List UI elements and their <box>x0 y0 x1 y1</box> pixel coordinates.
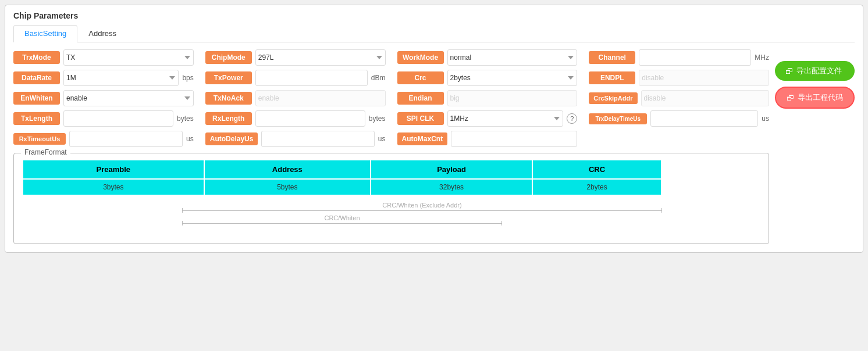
unit-autodelayus: us <box>378 135 386 143</box>
input-automaxcnt[interactable]: 3 <box>451 131 577 147</box>
left-content: TrxMode TX DataRate 1M bps <box>13 49 769 244</box>
param-row-txpower: TxPower 3 dBm <box>205 70 386 86</box>
col4: Channel 2402 MHz ENDPL disable CrcSkipAd… <box>589 49 769 147</box>
label-autodelayus: AutoDelayUs <box>205 132 258 145</box>
param-row-autodelayus: AutoDelayUs 250 us <box>205 131 386 147</box>
unit-txpower: dBm <box>371 74 386 82</box>
label-trxdelaytimeus: TrxDelayTimeUs <box>589 113 647 124</box>
td-crc-val: 2bytes <box>532 179 661 195</box>
frame-format-section: FrameFormat Preamble Address Payload CRC… <box>13 153 769 244</box>
right-buttons: 🗗 导出配置文件 🗗 导出工程代码 <box>775 49 855 109</box>
export-config-button[interactable]: 🗗 导出配置文件 <box>775 61 855 81</box>
col3: WorkMode normal Crc 2bytes End <box>397 49 578 147</box>
tabs-bar: BasicSetting Address <box>13 25 855 42</box>
select-enwhiten[interactable]: enable <box>63 90 194 106</box>
param-row-workmode: WorkMode normal <box>397 49 578 66</box>
param-row-spiclk: SPI CLK 1MHz ? <box>397 110 578 127</box>
export-code-label: 导出工程代码 <box>798 92 843 103</box>
label-txlength: TxLength <box>13 112 60 125</box>
select-crc[interactable]: 2bytes <box>447 70 578 86</box>
label-txpower: TxPower <box>205 71 252 84</box>
label-rxtimeoutus: RxTimeoutUs <box>13 133 66 145</box>
content-wrapper: TrxMode TX DataRate 1M bps <box>13 49 855 244</box>
param-row-crcskipaddr: CrcSkipAddr disable <box>589 90 769 106</box>
select-spiclk[interactable]: 1MHz <box>447 110 564 127</box>
select-chipmode[interactable]: 297L <box>255 49 386 66</box>
frame-annotations: CRC/Whiten (Exclude Addr) CRC/Whiten <box>22 199 662 234</box>
param-row-chipmode: ChipMode 297L <box>205 49 386 66</box>
select-txnoack[interactable]: enable <box>255 90 386 106</box>
param-row-rxlength: RxLength 32 bytes <box>205 110 386 127</box>
param-row-datarate: DataRate 1M bps <box>13 70 194 86</box>
th-preamble: Preamble <box>23 160 204 179</box>
input-autodelayus[interactable]: 250 <box>261 131 374 147</box>
select-workmode[interactable]: normal <box>447 49 578 66</box>
label-datarate: DataRate <box>13 71 60 84</box>
input-txlength[interactable]: 32 <box>63 110 173 127</box>
frame-table: Preamble Address Payload CRC 3bytes 5byt… <box>22 159 662 196</box>
col2: ChipMode 297L TxPower 3 dBm TxNoAck <box>205 49 386 147</box>
th-crc: CRC <box>532 160 661 179</box>
select-datarate[interactable]: 1M <box>63 70 179 86</box>
params-grid: TrxMode TX DataRate 1M bps <box>13 49 769 147</box>
label-enwhiten: EnWhiten <box>13 92 60 105</box>
input-rxtimeoutus[interactable]: 0 <box>69 131 183 147</box>
param-row-txlength: TxLength 32 bytes <box>13 110 194 127</box>
td-address-val: 5bytes <box>204 179 371 195</box>
select-crcskipaddr[interactable]: disable <box>641 90 770 106</box>
annot-bar-crc-whiten <box>182 223 502 224</box>
select-trxmode[interactable]: TX <box>63 49 194 66</box>
param-row-trxdelaytimeus: TrxDelayTimeUs 0 us <box>589 110 769 127</box>
param-row-enwhiten: EnWhiten enable <box>13 90 194 106</box>
annot-crc-whiten: CRC/Whiten <box>182 214 502 224</box>
export-code-icon: 🗗 <box>787 94 794 102</box>
label-workmode: WorkMode <box>397 51 444 64</box>
param-row-trxmode: TrxMode TX <box>13 49 194 66</box>
annot-label-crc-whiten-excl: CRC/Whiten (Exclude Addr) <box>382 202 461 209</box>
label-automaxcnt: AutoMaxCnt <box>397 132 448 145</box>
export-config-label: 导出配置文件 <box>796 66 842 76</box>
param-row-automaxcnt: AutoMaxCnt 3 <box>397 131 578 147</box>
select-endian[interactable]: big <box>447 90 578 106</box>
annot-crc-whiten-excl: CRC/Whiten (Exclude Addr) <box>182 202 662 211</box>
label-chipmode: ChipMode <box>205 51 252 64</box>
param-row-endpl: ENDPL disable <box>589 70 769 86</box>
input-channel[interactable]: 2402 <box>639 49 751 66</box>
param-row-crc: Crc 2bytes <box>397 70 578 86</box>
input-trxdelaytimeus[interactable]: 0 <box>650 110 758 127</box>
td-preamble-val: 3bytes <box>23 179 204 195</box>
frame-format-legend: FrameFormat <box>21 148 70 156</box>
export-code-button[interactable]: 🗗 导出工程代码 <box>775 87 855 109</box>
label-endpl: ENDPL <box>589 71 635 84</box>
col1: TrxMode TX DataRate 1M bps <box>13 49 194 147</box>
help-icon-spiclk[interactable]: ? <box>567 113 577 124</box>
label-channel: Channel <box>589 51 635 64</box>
param-row-txnoack: TxNoAck enable <box>205 90 386 106</box>
label-endian: Endian <box>397 92 444 105</box>
tab-address[interactable]: Address <box>77 25 127 42</box>
unit-txlength: bytes <box>177 114 194 123</box>
select-endpl[interactable]: disable <box>639 70 769 86</box>
label-crc: Crc <box>397 71 444 84</box>
label-spiclk: SPI CLK <box>397 112 444 125</box>
input-txpower[interactable]: 3 <box>255 70 368 86</box>
label-crcskipaddr: CrcSkipAddr <box>589 92 637 104</box>
label-trxmode: TrxMode <box>13 51 60 64</box>
param-row-endian: Endian big <box>397 90 578 106</box>
annot-bar-crc-whiten-excl <box>182 210 662 211</box>
export-config-icon: 🗗 <box>785 67 793 76</box>
unit-datarate: bps <box>182 74 193 82</box>
page-title: Chip Parameters <box>13 11 855 20</box>
input-rxlength[interactable]: 32 <box>255 110 365 127</box>
unit-rxlength: bytes <box>369 114 386 123</box>
th-payload: Payload <box>371 160 532 179</box>
main-container: Chip Parameters BasicSetting Address Trx… <box>5 5 863 253</box>
unit-channel: MHz <box>755 53 769 62</box>
param-row-rxtimeoutus: RxTimeoutUs 0 us <box>13 131 194 147</box>
unit-trxdelaytimeus: us <box>762 114 769 123</box>
unit-rxtimeoutus: us <box>186 135 194 143</box>
tab-basic-setting[interactable]: BasicSetting <box>13 25 77 42</box>
param-row-channel: Channel 2402 MHz <box>589 49 769 66</box>
label-rxlength: RxLength <box>205 112 252 125</box>
th-address: Address <box>204 160 371 179</box>
